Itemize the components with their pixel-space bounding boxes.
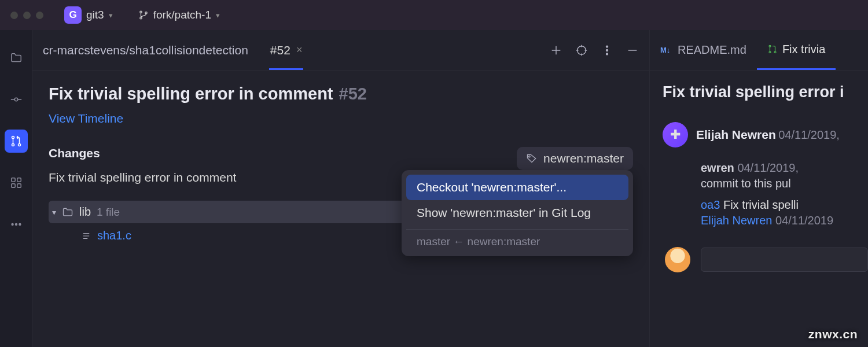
menu-footer: master ← newren:master (406, 229, 628, 252)
project-badge: G (64, 6, 82, 24)
watermark: znwx.cn (808, 327, 858, 341)
chevron-down-icon: ▾ (216, 11, 220, 20)
reply-row (663, 247, 868, 272)
chevron-down-icon: ▾ (109, 11, 113, 20)
tab-readme-label: README.md (678, 43, 746, 57)
tag-icon (526, 153, 538, 164)
main-layout: cr-marcstevens/sha1collisiondetection #5… (0, 30, 868, 347)
plus-icon[interactable] (550, 44, 562, 57)
tab-readme[interactable]: M↓ README.md (650, 30, 757, 70)
author-row: ✚ Elijah Newren 04/11/2019, (663, 122, 868, 147)
menu-item-gitlog[interactable]: Show 'newren:master' in Git Log (406, 200, 628, 226)
branch-name: fork/patch-1 (153, 9, 211, 21)
avatar (665, 247, 690, 272)
activity-pull-requests[interactable] (5, 130, 28, 153)
svg-point-15 (606, 46, 608, 47)
svg-point-11 (12, 224, 13, 226)
menu-item-checkout[interactable]: Checkout 'newren:master'... (406, 175, 628, 200)
activity-bar (0, 30, 32, 347)
pull-request-icon (10, 135, 23, 147)
svg-rect-8 (17, 178, 20, 182)
more-vertical-icon[interactable] (601, 44, 613, 57)
svg-rect-10 (17, 184, 20, 187)
file-lines-icon (81, 231, 91, 241)
git-branch-icon (138, 10, 149, 20)
branch-context-menu: Checkout 'newren:master'... Show 'newren… (402, 170, 633, 256)
right-panel-title: Fix trivial spelling error i (663, 83, 868, 101)
tab-pr-52[interactable]: #52 × (259, 30, 314, 70)
activity-commit[interactable] (5, 88, 28, 111)
reply-input[interactable] (701, 248, 868, 272)
pr-number: #52 (339, 84, 367, 104)
commit-hash: oa3 (701, 198, 720, 211)
commit-line[interactable]: oa3 Fix trivial spelli (663, 198, 868, 212)
target-icon[interactable] (575, 44, 588, 57)
svg-point-20 (769, 51, 771, 53)
svg-point-3 (14, 98, 18, 101)
svg-rect-9 (11, 184, 14, 187)
traffic-max[interactable] (36, 12, 43, 19)
tab-fix-trivia[interactable]: Fix trivia (757, 30, 836, 70)
meta-line: ewren 04/11/2019, (663, 161, 868, 175)
branch-selector[interactable]: fork/patch-1 ▾ (134, 6, 225, 24)
svg-point-0 (139, 11, 141, 13)
svg-point-12 (15, 224, 17, 226)
commit-author-date: 04/11/2019 (775, 214, 833, 227)
chevron-down-icon: ▾ (52, 208, 56, 217)
svg-point-17 (606, 53, 608, 54)
folder-file-count: 1 file (97, 206, 120, 219)
pull-request-icon (767, 44, 778, 54)
more-horizontal-icon (10, 218, 23, 231)
titlebar: G git3 ▾ fork/patch-1 ▾ (0, 0, 868, 30)
avatar: ✚ (663, 122, 688, 147)
meta-date: 04/11/2019, (737, 161, 799, 174)
svg-point-16 (606, 49, 608, 51)
svg-point-13 (19, 224, 20, 226)
svg-point-1 (139, 17, 141, 19)
pr-body: Fix trivial spelling error in comment #5… (32, 71, 649, 347)
tab-row: cr-marcstevens/sha1collisiondetection #5… (32, 30, 649, 71)
pr-title-text: Fix trivial spelling error in comment (49, 84, 333, 104)
right-panel: M↓ README.md Fix trivia Fix trivial spel… (649, 30, 868, 347)
right-panel-tabs: M↓ README.md Fix trivia (650, 30, 868, 71)
svg-point-5 (12, 143, 14, 146)
svg-point-14 (578, 46, 586, 54)
file-name: sha1.c (97, 229, 131, 242)
folder-icon (62, 206, 73, 218)
right-panel-body: Fix trivial spelling error i ✚ Elijah Ne… (650, 71, 868, 272)
commit-author-line: Elijah Newren 04/11/2019 (663, 214, 868, 227)
folder-icon (10, 51, 23, 64)
activity-folder[interactable] (5, 46, 28, 69)
branch-pill[interactable]: newren:master (517, 147, 633, 170)
tab-label: #52 (270, 43, 290, 57)
markdown-icon: M↓ (660, 46, 673, 55)
project-name: git3 (86, 9, 104, 21)
apps-icon (10, 176, 23, 189)
svg-point-4 (12, 136, 14, 139)
tab-actions (550, 44, 639, 57)
svg-point-18 (529, 156, 531, 157)
svg-point-21 (774, 51, 776, 53)
svg-point-2 (145, 12, 146, 14)
project-selector[interactable]: G git3 ▾ (60, 3, 117, 27)
content-pane: cr-marcstevens/sha1collisiondetection #5… (32, 30, 649, 347)
minimize-icon[interactable] (626, 44, 639, 57)
activity-more[interactable] (5, 213, 28, 236)
traffic-close[interactable] (10, 12, 18, 19)
svg-point-19 (769, 45, 771, 47)
tab-fix-label: Fix trivia (782, 43, 825, 56)
svg-point-6 (18, 143, 20, 146)
author-name: Elijah Newren (696, 128, 776, 141)
author-date: 04/11/2019, (778, 128, 840, 141)
breadcrumb[interactable]: cr-marcstevens/sha1collisiondetection (43, 43, 248, 57)
activity-apps[interactable] (5, 171, 28, 194)
close-icon[interactable]: × (296, 44, 303, 56)
view-timeline-link[interactable]: View Timeline (49, 112, 123, 125)
meta-text-line: commit to this pul (663, 177, 868, 190)
folder-name: lib (79, 205, 91, 219)
window-controls (10, 12, 43, 19)
commit-author-name[interactable]: Elijah Newren (701, 214, 772, 227)
branch-pill-label: newren:master (543, 152, 624, 165)
pr-title: Fix trivial spelling error in comment #5… (49, 84, 633, 104)
traffic-min[interactable] (23, 12, 31, 19)
